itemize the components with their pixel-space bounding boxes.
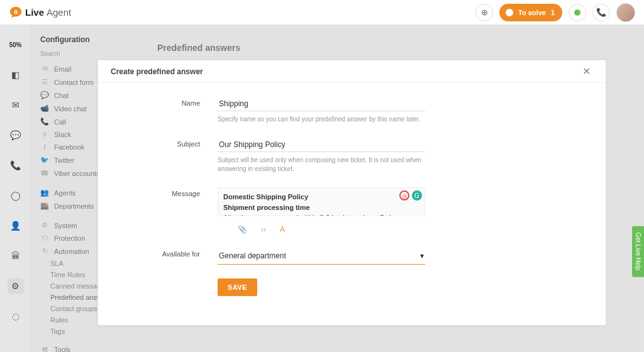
topbar: a LiveAgent ⊕ To solve 1 📞 [0, 0, 644, 25]
save-button[interactable]: SAVE [218, 278, 257, 296]
label-name: Name [123, 97, 218, 107]
plus-icon: ⊕ [481, 8, 488, 17]
solve-label: To solve [518, 9, 546, 16]
message-toolbar: 📎 ‹› A [218, 225, 425, 234]
subject-help-text: Subject will be used only when composing… [218, 156, 425, 173]
get-live-help-tab[interactable]: Get Live Help [632, 226, 644, 277]
topbar-right: ⊕ To solve 1 📞 [475, 3, 635, 22]
available-for-select[interactable]: General department ▾ [218, 248, 425, 265]
svg-text:a: a [14, 8, 18, 14]
name-help-text: Specify name so you can find your predef… [218, 115, 425, 124]
close-icon[interactable]: ✕ [580, 63, 593, 80]
call-status-button[interactable]: 📞 [592, 4, 610, 21]
msg-line3: All orders are processed within 2-3 busi… [223, 214, 413, 216]
row-subject: Subject Subject will be used only when c… [123, 138, 580, 173]
chat-status-dot-icon [574, 9, 580, 16]
row-available-for: Available for General department ▾ [123, 248, 580, 265]
brand-logo[interactable]: a LiveAgent [9, 6, 71, 19]
modal-title: Create predefined answer [111, 67, 203, 76]
modal-body: Name Specify name so you can find your p… [98, 83, 606, 325]
brand-logo-mark: a [9, 6, 23, 19]
row-name: Name Specify name so you can find your p… [123, 97, 580, 124]
modal-header: Create predefined answer ✕ [98, 60, 606, 83]
phone-icon: 📞 [596, 8, 606, 17]
row-actions: SAVE [123, 278, 580, 296]
msg-line2: Shipment processing time [223, 204, 310, 211]
label-message: Message [123, 187, 218, 197]
chat-status-button[interactable] [569, 4, 586, 21]
name-input[interactable] [218, 97, 425, 111]
msg-line1: Domestic Shipping Policy [223, 193, 308, 201]
chevron-down-icon: ▾ [420, 251, 424, 260]
solve-dot-icon [506, 9, 513, 16]
available-for-value: General department [219, 251, 286, 260]
row-message: Message ◎ G Domestic Shipping Policy Shi… [123, 187, 580, 234]
label-subject: Subject [123, 138, 218, 148]
subject-input[interactable] [218, 138, 425, 152]
format-icon[interactable]: A [280, 225, 285, 234]
create-predefined-answer-modal: Create predefined answer ✕ Name Specify … [97, 60, 606, 326]
to-solve-pill[interactable]: To solve 1 [499, 4, 562, 21]
attach-icon[interactable]: 📎 [238, 225, 247, 234]
add-button[interactable]: ⊕ [475, 4, 493, 21]
label-available-for: Available for [123, 248, 218, 258]
message-editor[interactable]: ◎ G Domestic Shipping Policy Shipment pr… [218, 187, 425, 216]
code-icon[interactable]: ‹› [261, 225, 266, 234]
brand-word-bold: Live [25, 7, 44, 18]
brand-word-thin: Agent [47, 7, 71, 18]
solve-count: 1 [551, 9, 555, 16]
assist-record-icon[interactable]: ◎ [399, 190, 409, 201]
grammarly-icon[interactable]: G [412, 190, 422, 201]
user-avatar[interactable] [616, 3, 635, 22]
